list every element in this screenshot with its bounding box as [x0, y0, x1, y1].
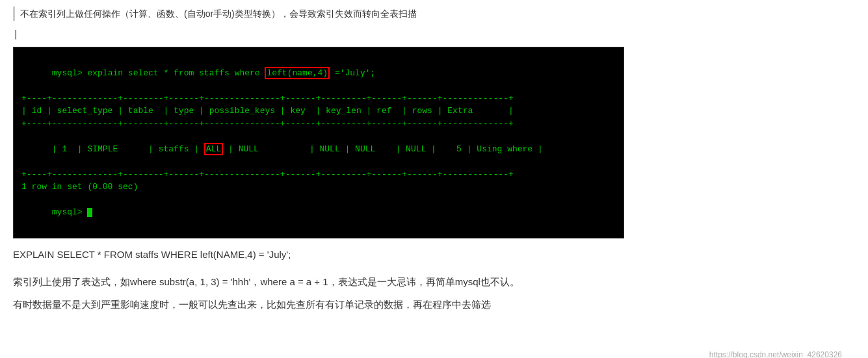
- page-container: 不在索引列上做任何操作（计算、函数、(自动or手动)类型转换），会导致索引失效而…: [13, 6, 855, 358]
- terminal-separator-1: +----+-------------+--------+------+----…: [21, 92, 616, 105]
- terminal-separator-3: +----+-------------+--------+------+----…: [21, 168, 616, 181]
- description-line-2: 有时数据量不是大到严重影响速度时，一般可以先查出来，比如先查所有有订单记录的数据…: [13, 296, 855, 313]
- terminal-type-all: ALL: [204, 143, 223, 155]
- description-line-1: 索引列上使用了表达式，如where substr(a, 1, 3) = 'hhh…: [13, 273, 855, 290]
- terminal-data-row: | 1 | SIMPLE | staffs | ALL | NULL | NUL…: [21, 130, 616, 168]
- terminal-rowcount: 1 row in set (0.00 sec): [21, 181, 616, 194]
- top-note: 不在索引列上做任何操作（计算、函数、(自动or手动)类型转换），会导致索引失效而…: [13, 6, 855, 21]
- explain-query-text: EXPLAIN SELECT * FROM staffs WHERE left(…: [13, 249, 855, 260]
- terminal-data-after: | NULL | NULL | NULL | NULL | 5 | Using …: [223, 144, 542, 154]
- watermark: https://blog.csdn.net/weixin_42620326: [709, 350, 842, 358]
- terminal-data-before: | 1 | SIMPLE | staffs |: [52, 144, 204, 154]
- terminal-cursor: [87, 208, 92, 217]
- terminal-block: mysql> explain select * from staffs wher…: [13, 47, 624, 238]
- terminal-left-highlight: left(name,4): [265, 67, 330, 79]
- cursor-line: |: [13, 29, 855, 39]
- terminal-header: | id | select_type | table | type | poss…: [21, 105, 616, 118]
- terminal-command-before: mysql> explain select * from staffs wher…: [52, 68, 265, 78]
- terminal-prompt: mysql>: [21, 194, 616, 232]
- terminal-command-after: ='July';: [330, 68, 375, 78]
- terminal-separator-2: +----+-------------+--------+------+----…: [21, 118, 616, 131]
- terminal-line-1: mysql> explain select * from staffs wher…: [21, 54, 616, 92]
